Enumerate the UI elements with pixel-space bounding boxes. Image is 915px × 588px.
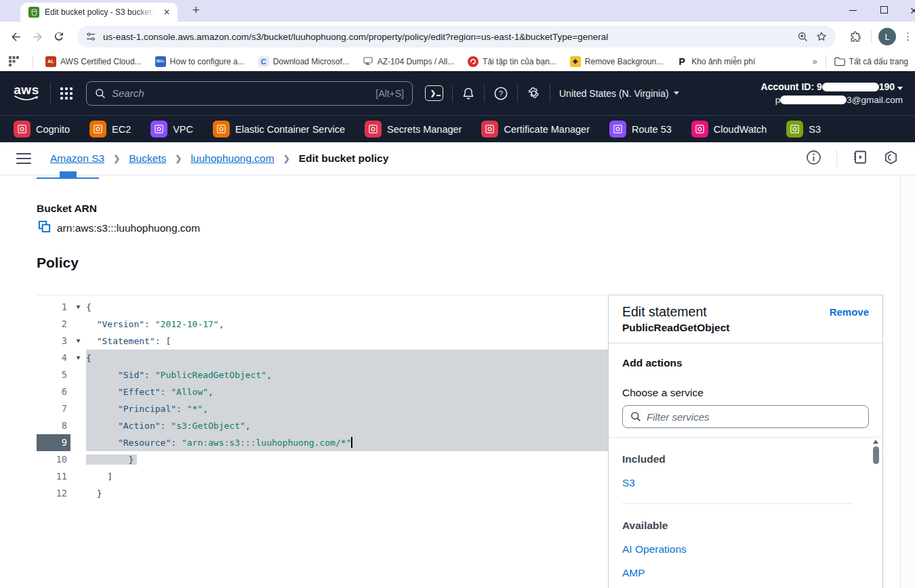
account-email: p3@gmail.com (761, 93, 903, 107)
favorite-service-label: S3 (809, 124, 821, 135)
included-service-s3[interactable]: S3 (622, 477, 869, 489)
all-bookmarks-button[interactable]: Tất cả dấu trang (834, 57, 908, 66)
extensions-puzzle-icon[interactable] (847, 28, 864, 45)
policy-code-editor[interactable]: 1▼{2 "Version": "2012-10-17",3▼ "Stateme… (37, 295, 608, 588)
code-line-5[interactable]: 5 "Sid": "PublicReadGetObject", (37, 366, 608, 383)
bookmark-idm-download[interactable]: Tải tập tin của bạn... (468, 56, 556, 67)
tab-close-icon[interactable]: ✕ (161, 7, 172, 18)
page-scrollbar-track[interactable] (900, 175, 915, 588)
aws-search-input[interactable] (112, 87, 369, 99)
maximize-icon[interactable] (880, 6, 888, 14)
code-line-4[interactable]: 4▼{ (37, 350, 608, 366)
info-icon[interactable] (806, 150, 821, 168)
favorite-service-vpc[interactable]: VPC (150, 121, 193, 138)
bookmark-dell-configure[interactable]: DELLHow to configure a... (155, 56, 245, 67)
account-menu[interactable]: Account ID: 9190 p3@gmail.com (761, 80, 903, 107)
remove-statement-link[interactable]: Remove (830, 306, 869, 318)
aws-certified-icon: AL (45, 56, 56, 67)
fold-gutter (70, 434, 86, 451)
services-favorites-bar: CognitoEC2VPCElastic Container ServiceSe… (0, 115, 915, 142)
bookmark-label: How to configure a... (170, 57, 245, 66)
help-icon[interactable]: ? (493, 86, 508, 101)
panel-scrollbar[interactable] (872, 440, 880, 464)
scrollbar-thumb[interactable] (873, 446, 879, 464)
bookmark-remove-background[interactable]: ◆Remove Backgroun... (570, 56, 663, 67)
aws-search-box[interactable]: [Alt+S] (86, 81, 413, 106)
code-line-2[interactable]: 2 "Version": "2012-10-17", (37, 316, 608, 333)
forward-icon[interactable] (28, 28, 46, 45)
apps-grid-icon[interactable] (7, 53, 20, 70)
settings-gear-icon[interactable] (527, 86, 541, 100)
fold-arrow-icon[interactable]: ▼ (70, 350, 86, 366)
available-service-ai-operations[interactable]: AI Operations (622, 543, 869, 555)
aws-logo[interactable]: aws (12, 84, 41, 102)
code-line-8[interactable]: 8 "Action": "s3:GetObject", (37, 417, 608, 434)
breadcrumb-link-luuhophuong-com[interactable]: luuhophuong.com (190, 152, 274, 165)
site-settings-icon[interactable] (85, 31, 96, 42)
favorite-service-cognito[interactable]: Cognito (14, 121, 70, 138)
cloudshell-icon[interactable]: ❯ (425, 85, 443, 101)
favorite-service-secrets-manager[interactable]: Secrets Manager (365, 121, 462, 138)
code-line-7[interactable]: 7 "Principal": "*", (37, 400, 608, 417)
favorite-service-ec2[interactable]: EC2 (89, 121, 131, 138)
notifications-bell-icon[interactable] (462, 86, 475, 101)
breadcrumb-link-amazon-s3[interactable]: Amazon S3 (50, 152, 104, 165)
breadcrumb: Amazon S3❯Buckets❯luuhophuong.com❯Edit b… (50, 152, 388, 165)
new-tab-button[interactable]: + (188, 3, 203, 18)
bookmark-download-microsoft[interactable]: CDownload Microsof... (258, 56, 349, 67)
services-grid-icon[interactable] (60, 87, 73, 100)
scrolled-link-remnant (60, 171, 77, 178)
code-line-9[interactable]: 9 "Resource": "arn:aws:s3:::luuhophuong.… (37, 434, 608, 451)
code-line-3[interactable]: 3▼ "Statement": [ (37, 333, 608, 350)
code-line-11[interactable]: 11 ] (37, 468, 608, 485)
profile-avatar[interactable]: L (878, 28, 896, 45)
reload-icon[interactable] (50, 28, 68, 45)
secrets-manager-icon (365, 121, 382, 138)
hamburger-menu-icon[interactable] (16, 153, 31, 165)
minimize-icon[interactable] (849, 10, 857, 11)
scroll-up-icon[interactable] (873, 440, 878, 444)
bookmark-aws-certified[interactable]: ALAWS Certified Cloud... (45, 56, 142, 67)
zoom-icon[interactable] (797, 31, 809, 43)
bookmarks-overflow-icon[interactable]: » (812, 56, 817, 66)
line-number: 4 (37, 350, 70, 366)
code-line-12[interactable]: 12 } (37, 485, 608, 502)
favorite-service-route-53[interactable]: Route 53 (609, 121, 672, 138)
shortcuts-panel-icon[interactable] (852, 149, 868, 168)
code-text: "Principal": "*", (86, 400, 608, 417)
favorite-service-s3[interactable]: S3 (786, 121, 821, 138)
close-icon[interactable]: ✕ (910, 5, 915, 16)
bookmark-label: Remove Backgroun... (585, 57, 663, 66)
filter-services-input[interactable] (647, 411, 861, 423)
line-number: 1 (37, 299, 70, 316)
favorite-service-elastic-container-service[interactable]: Elastic Container Service (213, 121, 345, 138)
back-icon[interactable] (7, 28, 24, 45)
fold-arrow-icon[interactable]: ▼ (70, 299, 86, 316)
browser-tab[interactable]: Edit bucket policy - S3 bucket lu ✕ (20, 3, 178, 22)
favorite-service-label: VPC (173, 124, 193, 135)
bookmark-az104-dumps[interactable]: AZ-104 Dumps / All... (363, 56, 454, 67)
chrome-menu-icon[interactable]: ⋮ (903, 30, 908, 43)
breadcrumb-link-buckets[interactable]: Buckets (129, 152, 166, 165)
code-line-1[interactable]: 1▼{ (37, 299, 608, 316)
included-label: Included (622, 453, 869, 465)
copy-icon[interactable] (38, 220, 51, 236)
region-selector[interactable]: United States (N. Virginia) (559, 88, 679, 99)
bookmark-free-photos[interactable]: PKho ảnh miễn phí (676, 56, 755, 67)
fold-arrow-icon[interactable]: ▼ (70, 333, 86, 350)
fold-gutter (70, 417, 86, 434)
code-line-10[interactable]: 10 } (37, 451, 608, 468)
available-service-amp[interactable]: AMP (622, 567, 869, 579)
s3-favicon (28, 7, 39, 18)
code-line-6[interactable]: 6 "Effect": "Allow", (37, 383, 608, 400)
choose-service-label: Choose a service (622, 387, 869, 399)
address-bar[interactable]: us-east-1.console.aws.amazon.com/s3/buck… (77, 26, 836, 47)
bookmark-label: AWS Certified Cloud... (60, 57, 142, 66)
amazon-q-icon[interactable] (883, 150, 899, 168)
favorite-service-certificate-manager[interactable]: Certificate Manager (481, 121, 590, 138)
bookmark-label: Download Microsof... (273, 57, 349, 66)
favorite-service-cloudwatch[interactable]: CloudWatch (691, 121, 767, 138)
code-text: "Sid": "PublicReadGetObject", (86, 366, 608, 383)
bookmark-star-icon[interactable] (815, 30, 828, 43)
filter-services-box[interactable] (622, 405, 869, 428)
